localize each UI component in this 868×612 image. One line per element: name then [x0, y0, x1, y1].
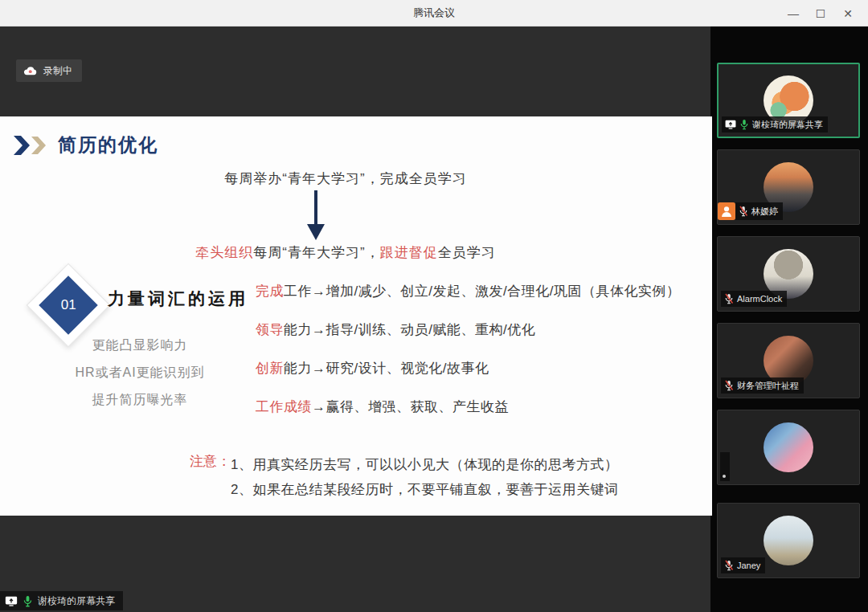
power-item: 创新能力→研究/设计、视觉化/故事化: [256, 359, 706, 377]
section-heading: 力量词汇的运用: [108, 288, 248, 310]
flow-seg-red-1: 牵头组织: [195, 245, 253, 260]
participant-tile[interactable]: Janey: [717, 503, 860, 578]
participant-label: 林嫒婷: [735, 202, 783, 220]
power-word-items: 完成工作→增加/减少、创立/发起、激发/合理化/巩固（具体化实例） 领导能力→指…: [256, 282, 706, 436]
power-item: 领导能力→指导/训练、动员/赋能、重构/优化: [256, 320, 706, 339]
mic-muted-icon: [724, 380, 734, 391]
benefits-list: 更能凸显影响力 HR或者AI更能识别到 提升简历曝光率: [23, 332, 257, 414]
section-number: 01: [61, 297, 76, 313]
mic-muted-icon: [724, 560, 734, 571]
window-title: 腾讯会议: [0, 6, 868, 20]
participant-label: 谢桉琦的屏幕共享: [722, 116, 828, 133]
participant-tile[interactable]: AlarmClock: [717, 236, 860, 312]
participant-tile-sharer[interactable]: 谢桉琦的屏幕共享: [717, 63, 860, 138]
avatar: [764, 516, 813, 565]
participants-sidebar: 谢桉琦的屏幕共享: [710, 27, 868, 612]
window-controls: — ☐ ✕: [780, 0, 862, 27]
screen-share-icon: [5, 596, 18, 606]
participant-name: Janey: [737, 561, 760, 570]
flow-top-text: 每周举办“青年大学习”，完成全员学习: [0, 169, 691, 188]
note-label: 注意：: [190, 452, 231, 502]
power-item: 完成工作→增加/减少、创立/发起、激发/合理化/巩固（具体化实例）: [256, 282, 706, 300]
close-button[interactable]: ✕: [834, 0, 862, 27]
participant-label-stub: [720, 452, 730, 481]
presentation-slide: 简历的优化 每周举办“青年大学习”，完成全员学习 牵头组织每周“青年大学习”，跟…: [0, 116, 712, 516]
flow-bottom-text: 牵头组织每周“青年大学习”，跟进督促全员学习: [0, 243, 691, 262]
recording-label: 录制中: [43, 64, 72, 78]
member-badge-icon: [718, 202, 735, 220]
screen-share-icon: [725, 120, 736, 129]
participant-tile[interactable]: 财务管理叶祉程: [717, 323, 860, 398]
participant-name: AlarmClock: [737, 294, 782, 304]
note-block: 注意： 1、用真实经历去写，可以以小见大（体现的是你的思考方式） 2、如果在总结…: [190, 452, 618, 502]
slide-title: 简历的优化: [58, 133, 158, 157]
recording-badge[interactable]: 录制中: [16, 59, 82, 82]
participant-name: 财务管理叶祉程: [737, 380, 799, 392]
flow-seg-2: 每周“青年大学习”，: [253, 245, 379, 260]
cloud-record-icon: [23, 65, 37, 76]
participant-label: Janey: [721, 557, 765, 573]
avatar: [764, 422, 813, 472]
mic-muted-icon: [739, 206, 748, 217]
power-item: 工作成绩→赢得、增强、获取、产生收益: [256, 398, 706, 416]
down-arrow-icon: [306, 190, 326, 242]
app-window: 腾讯会议 — ☐ ✕ 录制中: [0, 0, 868, 612]
share-banner-label: 谢桉琦的屏幕共享: [38, 594, 115, 608]
participant-name: 谢桉琦的屏幕共享: [752, 119, 823, 131]
note-line: 1、用真实经历去写，可以以小见大（体现的是你的思考方式）: [231, 452, 618, 477]
participant-tile[interactable]: 林嫒婷: [717, 149, 860, 225]
maximize-button[interactable]: ☐: [807, 0, 834, 27]
mic-on-icon: [23, 595, 33, 607]
note-line: 2、如果在总结某段经历时，不要平铺直叙，要善于运用关键词: [231, 477, 618, 502]
benefit-item: 提升简历曝光率: [23, 386, 257, 414]
flow-seg-red-3: 跟进督促: [380, 245, 438, 260]
mic-muted-icon: [724, 293, 734, 304]
benefit-item: HR或者AI更能识别到: [23, 359, 257, 386]
flow-seg-4: 全员学习: [438, 245, 496, 260]
shared-screen-area: 录制中 简历的优化 每周举办“青年大学习”，完成全员学习 牵头: [0, 27, 710, 612]
screen-share-banner: 谢桉琦的屏幕共享: [0, 591, 123, 610]
titlebar: 腾讯会议 — ☐ ✕: [0, 0, 868, 27]
participant-label: AlarmClock: [721, 291, 787, 307]
mic-on-icon: [739, 119, 749, 130]
benefit-item: 更能凸显影响力: [23, 332, 257, 359]
minimize-button[interactable]: —: [780, 0, 807, 27]
chevron-bullets-icon: [13, 135, 50, 156]
participant-label: 财务管理叶祉程: [721, 377, 804, 394]
participant-name: 林嫒婷: [751, 206, 778, 218]
participant-tile[interactable]: [717, 410, 860, 485]
